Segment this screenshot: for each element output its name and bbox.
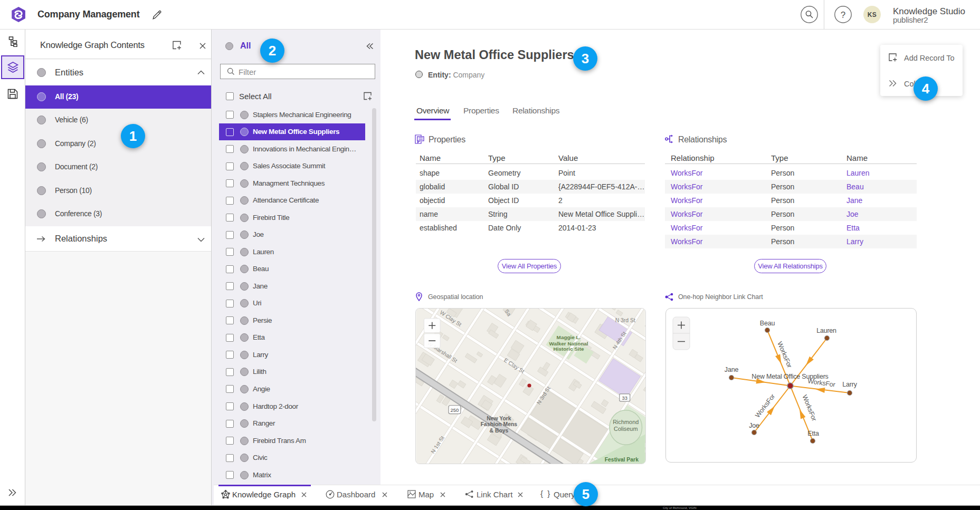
svg-text:N 3rd St: N 3rd St (615, 317, 635, 323)
svg-text:WorksFor: WorksFor (754, 393, 776, 419)
svg-text:New York: New York (487, 416, 511, 421)
svg-text:Etta: Etta (807, 430, 819, 437)
svg-text:Fashion Mens: Fashion Mens (481, 421, 518, 427)
svg-text:Walker National: Walker National (549, 341, 588, 347)
svg-text:& Boys: & Boys (489, 428, 508, 434)
svg-text:Larry: Larry (842, 381, 857, 388)
svg-text:Joe: Joe (749, 422, 759, 429)
svg-text:Coliseum: Coliseum (614, 426, 638, 432)
svg-text:Jane: Jane (725, 366, 739, 373)
svg-text:Historic Site: Historic Site (554, 346, 584, 352)
svg-text:Richmond: Richmond (613, 419, 639, 425)
svg-text:250: 250 (451, 407, 459, 413)
svg-text:Festival Park: Festival Park (605, 457, 639, 463)
svg-text:Lauren: Lauren (816, 327, 836, 334)
svg-text:Maggie L.: Maggie L. (557, 334, 581, 340)
svg-text:WorksFor: WorksFor (807, 377, 836, 388)
svg-text:Beau: Beau (760, 320, 775, 327)
svg-text:WorksFor: WorksFor (776, 341, 793, 369)
svg-text:?: ? (841, 10, 845, 20)
svg-text:33: 33 (622, 395, 627, 401)
